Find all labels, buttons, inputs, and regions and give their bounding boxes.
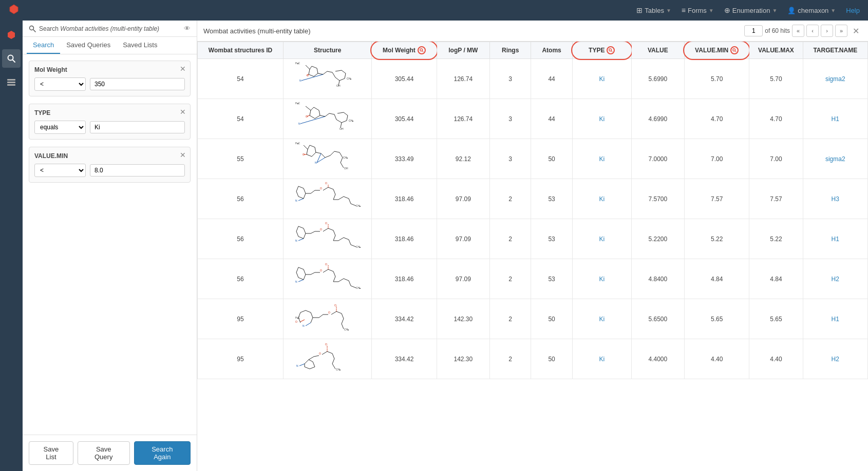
save-list-button[interactable]: Save List [29,441,73,465]
table-container[interactable]: Wombat structures ID Structure Mol Weigh… [197,42,868,471]
svg-text:N: N [295,199,297,202]
svg-line-95 [311,190,315,193]
cell-structure: N O CH₃ O [284,339,372,379]
table-title: Wombat activities (multi-entity table) [203,27,740,35]
svg-line-114 [298,226,304,228]
sidebar-icons [0,21,23,471]
cell-value-max: 4.84 [749,259,803,299]
svg-line-136 [304,274,306,280]
page-number-input[interactable] [744,25,763,36]
value-min-search-icon[interactable] [730,46,739,54]
svg-line-54 [342,121,347,123]
sidebar-icon-data[interactable] [2,73,21,91]
svg-line-162 [306,323,311,326]
filter-type-value[interactable] [90,121,185,133]
svg-text:O: O [325,343,327,346]
cell-type: Ki [572,219,631,259]
forms-menu[interactable]: ≡ Forms ▼ [682,6,714,14]
svg-line-190 [314,356,319,357]
nav-first-button[interactable]: « [792,25,804,37]
nav-prev-button[interactable]: ‹ [806,25,819,37]
filter-mol-weight-value[interactable] [90,78,185,90]
cell-logp-mw: 142.30 [437,339,489,379]
col-header-atoms: Atoms [531,42,572,59]
svg-line-127 [338,238,344,241]
filter-type-operator[interactable]: equals contains starts with [34,121,86,134]
cell-rings: 3 [490,139,531,179]
nav-last-button[interactable]: » [835,25,847,37]
mol-weight-search-icon[interactable] [418,46,426,54]
svg-line-101 [333,194,335,200]
svg-line-80 [341,163,344,168]
cell-value: 4.4000 [631,339,684,379]
svg-line-64 [304,145,308,149]
cell-value-max: 7.57 [749,179,803,219]
cell-target-name: H3 [803,179,867,219]
svg-line-66 [307,154,312,156]
svg-text:OH: OH [344,167,348,170]
svg-text:CH₃: CH₃ [343,156,348,159]
svg-line-74 [321,153,325,158]
svg-line-123 [328,228,333,230]
svg-line-196 [332,364,335,369]
svg-rect-6 [7,84,15,86]
search-panel-tabs: Search Saved Queries Saved Lists [23,37,197,54]
svg-line-130 [351,245,356,247]
cell-mol-weight: 334.42 [372,339,437,379]
sidebar-icon-app[interactable] [2,26,21,44]
svg-line-166 [300,310,306,312]
filter-mol-weight-operator[interactable]: < <= > >= = [34,77,86,91]
cell-logp-mw: 126.74 [437,99,489,139]
filter-value-min-close[interactable]: ✕ [180,151,186,159]
svg-line-115 [296,226,298,231]
svg-line-88 [304,193,306,199]
svg-line-89 [304,188,306,193]
save-query-button[interactable]: Save Query [78,441,130,465]
cell-logp-mw: 142.30 [437,299,489,339]
filter-value-min-value[interactable] [90,164,185,176]
svg-text:CH₃: CH₃ [347,77,351,80]
cell-rings: 3 [490,99,531,139]
svg-line-122 [323,228,328,231]
filter-mol-weight-close[interactable]: ✕ [180,65,186,72]
nav-next-button[interactable]: › [821,25,833,37]
close-table-button[interactable]: ✕ [850,25,862,37]
cell-mol-weight: 305.44 [372,59,437,99]
table-row: 56 N O CH₃ O 318.4697.09253Ki4.84004.844… [198,259,868,299]
table-row: 54 H₃C O OH CH₃ N 305.44126.74344Ki5.699… [198,59,868,99]
tables-menu[interactable]: ⊞ Tables ▼ [636,6,671,14]
svg-line-106 [351,204,356,206]
cell-logp-mw: 126.74 [437,59,489,99]
svg-line-14 [735,51,736,52]
enumeration-menu[interactable]: ⊕ Enumeration ▼ [724,6,778,14]
tab-search[interactable]: Search [27,37,60,54]
svg-text:CH₃: CH₃ [349,119,353,122]
cell-structure: N O CH₃ O [284,259,372,299]
cell-type: Ki [572,99,631,139]
user-menu[interactable]: 👤 chemaxon ▼ [787,7,836,14]
svg-line-103 [338,197,344,200]
svg-line-26 [323,71,327,74]
svg-line-46 [311,107,314,110]
help-link[interactable]: Help [846,7,860,14]
type-search-icon[interactable] [607,46,615,54]
col-header-wombat-id: Wombat structures ID [198,42,284,59]
tab-saved-queries[interactable]: Saved Queries [60,37,117,54]
cell-logp-mw: 97.09 [437,179,489,219]
svg-line-32 [342,70,346,73]
svg-text:O: O [319,352,321,355]
cell-target-name: H2 [803,259,867,299]
svg-line-91 [296,186,298,191]
sidebar-icon-search[interactable] [2,49,21,68]
filter-value-min-operator[interactable]: < <= > >= = [34,164,86,177]
svg-line-20 [317,68,318,73]
cell-type: Ki [572,139,631,179]
search-again-button[interactable]: Search Again [134,441,191,465]
filter-type-close[interactable]: ✕ [180,108,186,115]
tab-saved-lists[interactable]: Saved Lists [117,37,163,54]
eye-icon[interactable]: 👁 [184,25,191,32]
cell-atoms: 53 [531,259,572,299]
svg-line-124 [333,230,335,235]
col-header-mol-weight: Mol Weight [372,42,437,59]
table-row: 95 N O CH₃ O 334.42142.30250Ki4.40004.40… [198,339,868,379]
